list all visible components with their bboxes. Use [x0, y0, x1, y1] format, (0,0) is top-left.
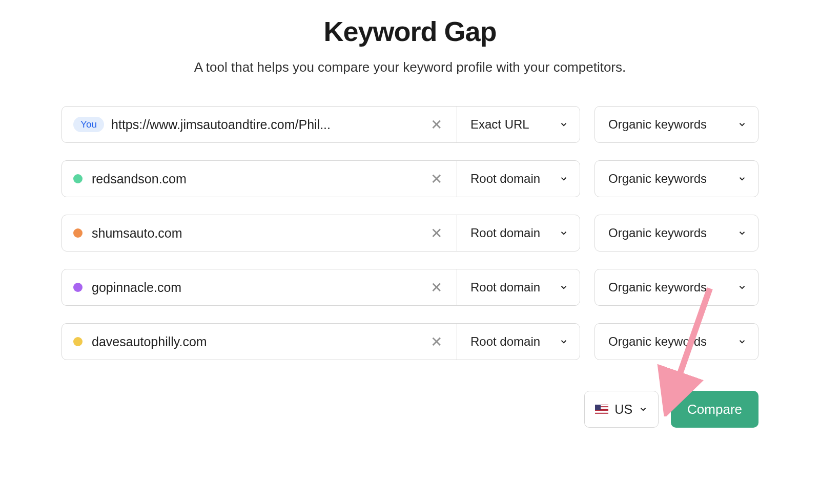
match-type-label: Root domain [470, 280, 540, 295]
chevron-down-icon [559, 228, 568, 238]
domain-input-wrap: ✕ [62, 333, 457, 350]
competitor-row: ✕Root domainOrganic keywords [61, 269, 758, 306]
domain-input-group: ✕Root domain [61, 323, 580, 360]
chevron-down-icon [639, 405, 648, 414]
chevron-down-icon [737, 120, 747, 129]
match-type-label: Root domain [470, 226, 540, 240]
chevron-down-icon [559, 174, 568, 183]
match-type-select[interactable]: Root domain [457, 215, 580, 251]
chevron-down-icon [737, 337, 747, 346]
domain-input[interactable] [111, 117, 423, 132]
clear-input-button[interactable]: ✕ [423, 171, 449, 187]
chevron-down-icon [737, 283, 747, 292]
chevron-down-icon [737, 174, 747, 183]
keyword-type-select[interactable]: Organic keywords [594, 269, 758, 306]
match-type-select[interactable]: Root domain [457, 161, 580, 197]
competitor-row: ✕Root domainOrganic keywords [61, 215, 758, 251]
keyword-type-label: Organic keywords [608, 172, 707, 186]
you-badge: You [73, 117, 104, 132]
domain-input[interactable] [92, 226, 423, 241]
keyword-type-select[interactable]: Organic keywords [594, 215, 758, 251]
competitor-row: ✕Root domainOrganic keywords [61, 160, 758, 197]
domain-input-wrap: You✕ [62, 116, 457, 133]
domain-input[interactable] [92, 334, 423, 349]
domain-input-wrap: ✕ [62, 171, 457, 187]
page-title: Keyword Gap [61, 15, 758, 47]
domain-input-group: ✕Root domain [61, 269, 580, 306]
domain-input-group: You✕Exact URL [61, 106, 580, 143]
competitor-row: You✕Exact URLOrganic keywords [61, 106, 758, 143]
keyword-type-label: Organic keywords [608, 334, 707, 349]
chevron-down-icon [559, 337, 568, 346]
keyword-type-select[interactable]: Organic keywords [594, 106, 758, 143]
keyword-type-select[interactable]: Organic keywords [594, 160, 758, 197]
match-type-label: Root domain [470, 172, 540, 186]
domain-input-wrap: ✕ [62, 279, 457, 296]
domain-input-wrap: ✕ [62, 225, 457, 242]
us-flag-icon [595, 405, 608, 414]
match-type-label: Exact URL [470, 117, 529, 132]
keyword-type-label: Organic keywords [608, 280, 707, 295]
competitor-row: ✕Root domainOrganic keywords [61, 323, 758, 360]
keyword-type-label: Organic keywords [608, 226, 707, 240]
clear-input-button[interactable]: ✕ [423, 333, 449, 350]
domain-input-group: ✕Root domain [61, 160, 580, 197]
chevron-down-icon [737, 228, 747, 238]
compare-button[interactable]: Compare [671, 391, 758, 428]
match-type-select[interactable]: Exact URL [457, 107, 580, 142]
competitor-color-dot [73, 283, 83, 292]
clear-input-button[interactable]: ✕ [423, 279, 449, 296]
competitor-color-dot [73, 228, 83, 238]
clear-input-button[interactable]: ✕ [423, 225, 449, 242]
chevron-down-icon [559, 283, 568, 292]
keyword-type-label: Organic keywords [608, 117, 707, 132]
page-subtitle: A tool that helps you compare your keywo… [61, 59, 758, 75]
match-type-select[interactable]: Root domain [457, 324, 580, 360]
match-type-label: Root domain [470, 334, 540, 349]
competitor-color-dot [73, 337, 83, 346]
domain-input[interactable] [92, 172, 423, 186]
country-label: US [614, 402, 632, 417]
domain-input-group: ✕Root domain [61, 215, 580, 251]
domain-input[interactable] [92, 280, 423, 295]
match-type-select[interactable]: Root domain [457, 269, 580, 305]
country-select[interactable]: US [584, 391, 659, 428]
clear-input-button[interactable]: ✕ [423, 116, 449, 133]
keyword-type-select[interactable]: Organic keywords [594, 323, 758, 360]
chevron-down-icon [559, 120, 568, 129]
competitor-color-dot [73, 174, 83, 183]
